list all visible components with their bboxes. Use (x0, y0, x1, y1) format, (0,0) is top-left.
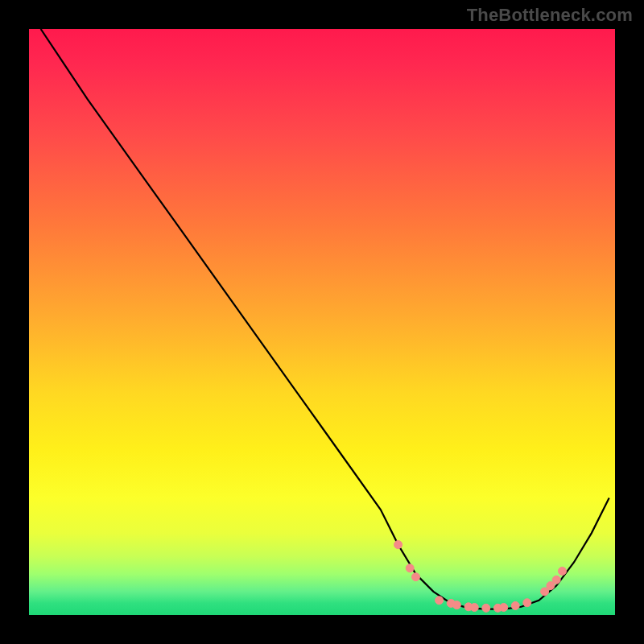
curve-marker (500, 604, 508, 612)
plot-area (29, 29, 615, 615)
curve-marker (436, 597, 444, 605)
curve-marker (394, 541, 402, 549)
curve-marker (559, 567, 567, 575)
axis-bottom-border (0, 615, 644, 644)
curve-markers (394, 541, 567, 613)
curve-marker (511, 601, 519, 609)
axis-left-border (0, 0, 29, 644)
curve-marker (470, 604, 478, 612)
bottleneck-curve (29, 29, 615, 615)
chart-frame: TheBottleneck.com (0, 0, 644, 644)
watermark-text: TheBottleneck.com (467, 5, 633, 26)
curve-marker (406, 564, 414, 572)
curve-path (41, 29, 609, 609)
curve-marker (523, 599, 531, 607)
axis-right-border (615, 0, 644, 644)
curve-marker (452, 601, 460, 609)
curve-marker (412, 573, 420, 581)
curve-marker (482, 604, 490, 612)
curve-marker (552, 576, 560, 584)
